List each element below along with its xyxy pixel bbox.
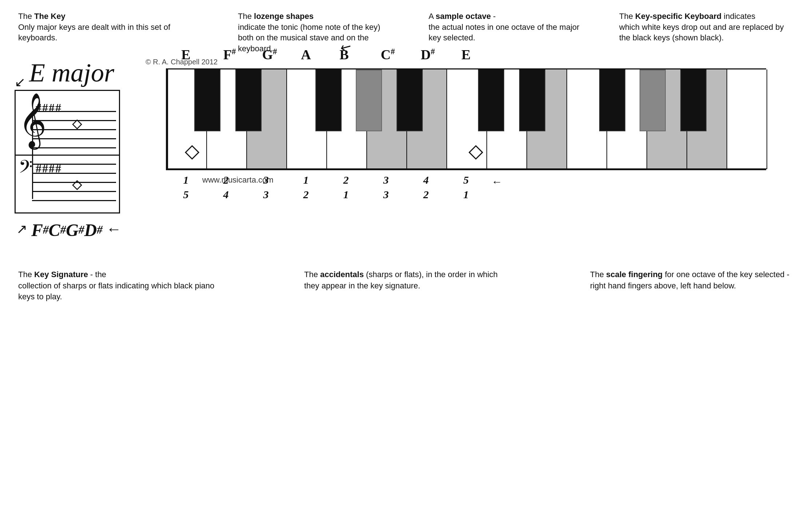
diamond-keyboard-svg-2 xyxy=(468,145,483,160)
note-Csharp: C# xyxy=(373,47,402,63)
main-area: ↙ E major 𝄞 # # # xyxy=(15,58,797,240)
staff-container: 𝄞 # # # # xyxy=(15,90,120,213)
keyboard-diamond-1 xyxy=(184,145,200,162)
sharps-bass: # # # # xyxy=(36,162,61,175)
finger-bot-7: 2 xyxy=(406,188,446,201)
sharps-treble: # # # # xyxy=(36,101,61,115)
finger-bot-6: 3 xyxy=(366,188,406,201)
finger-bot-8: 1 xyxy=(446,188,486,201)
finger-top-8: 5 xyxy=(446,174,486,188)
sharp-4: # xyxy=(55,101,61,115)
black-key-5 xyxy=(397,69,423,131)
finger-top-2: 2 xyxy=(206,174,246,188)
svg-marker-0 xyxy=(73,120,81,129)
arrow-key-sig: ↗ xyxy=(16,221,27,237)
black-key-10 xyxy=(680,69,706,131)
arrow-key-sig-right: ← xyxy=(106,220,122,238)
sharp-1: # xyxy=(36,101,41,115)
note-Dsharp: D# xyxy=(413,47,442,63)
diamond-treble xyxy=(72,119,82,129)
sharp-bass-1: # xyxy=(36,162,41,175)
bottom-right-annotation: The scale fingering for one octave of th… xyxy=(590,269,794,303)
black-key-9 xyxy=(640,69,666,131)
svg-marker-2 xyxy=(186,146,199,159)
diamond-bass-svg xyxy=(72,180,82,190)
finger-top-5: 2 xyxy=(326,174,366,188)
finger-top-4: 1 xyxy=(286,174,326,188)
diamond-bass xyxy=(72,180,82,190)
diamond-treble-svg xyxy=(72,119,82,129)
note-E2: E xyxy=(446,47,486,63)
black-key-7 xyxy=(519,69,545,131)
bottom-annotations: The Key Signature - the collection of sh… xyxy=(15,269,797,303)
black-key-1 xyxy=(194,69,220,131)
finger-arrow: ← xyxy=(491,176,502,188)
sharp-bass-4: # xyxy=(55,162,61,175)
bottom-center-annotation: The accidentals (sharps or flats), in th… xyxy=(304,269,508,303)
finger-bot-5: 1 xyxy=(326,188,366,201)
sharp-2: # xyxy=(42,101,48,115)
key-signature-label: F#C#G#D# xyxy=(31,220,103,240)
keyboard-title: Key-specific Keyboard xyxy=(635,12,721,21)
svg-marker-1 xyxy=(73,181,81,189)
finger-top-1: 1 xyxy=(166,174,206,188)
black-key-8 xyxy=(599,69,625,131)
piano-keyboard xyxy=(166,68,766,170)
note-A: A xyxy=(288,47,324,63)
sharp-bass-2: # xyxy=(42,162,48,175)
black-key-4 xyxy=(356,69,382,131)
bottom-left-annotation: The Key Signature - the collection of sh… xyxy=(18,269,222,303)
keyboard-section: © R. A. Chappell 2012 E F# G# A B C# xyxy=(138,58,794,181)
sample-octave-body: the actual notes in one octave of the ma… xyxy=(429,22,589,43)
key-sig-body: collection of sharps or flats indicating… xyxy=(18,280,222,303)
fingering-row-top: 1 2 3 1 2 3 4 5 ← xyxy=(166,174,766,188)
keyboard-wrapper: E F# G# A B C# D# E ↙ xyxy=(166,68,766,181)
keyboard-body: which white keys drop out and are replac… xyxy=(619,22,794,43)
sharp-bass-3: # xyxy=(49,162,55,175)
bass-clef: 𝄢 xyxy=(19,158,33,180)
svg-marker-3 xyxy=(469,146,482,159)
black-key-3 xyxy=(315,69,342,131)
sample-octave-title: sample octave xyxy=(436,12,491,21)
sharp-3: # xyxy=(49,101,55,115)
page: The The Key Only major keys are dealt wi… xyxy=(0,0,812,523)
finger-top-7: 4 xyxy=(406,174,446,188)
finger-bot-1: 5 xyxy=(166,188,206,201)
note-E: E xyxy=(166,47,206,63)
scale-fingering-bold: scale fingering xyxy=(606,270,662,279)
finger-top-6: 3 xyxy=(366,174,406,188)
key-sig-bold: Key Signature xyxy=(34,270,88,279)
top-left-body: Only major keys are dealt with in this s… xyxy=(18,22,207,43)
finger-top-3: 3 xyxy=(246,174,286,188)
black-key-6 xyxy=(478,69,504,131)
accidentals-bold: accidentals xyxy=(320,270,364,279)
left-section: ↙ E major 𝄞 # # # xyxy=(15,58,127,240)
black-key-2 xyxy=(235,69,262,131)
lozenge-title: lozenge shapes xyxy=(254,12,314,21)
arrow-key-label: ↙ xyxy=(15,75,25,90)
note-labels-row: E F# G# A B C# D# E xyxy=(166,47,766,63)
note-Gsharp: G# xyxy=(255,47,284,63)
white-key-15 xyxy=(727,69,767,169)
diamond-keyboard-svg-1 xyxy=(184,145,200,160)
keyboard-diamond-2 xyxy=(468,145,483,162)
note-Fsharp: F# xyxy=(215,47,244,63)
key-label: E major xyxy=(29,58,114,88)
fingering-row-bottom: 5 4 3 2 1 3 2 1 xyxy=(166,188,766,201)
finger-bot-3: 3 xyxy=(246,188,286,201)
top-left-title: The Key xyxy=(34,12,65,21)
finger-bot-4: 2 xyxy=(286,188,326,201)
finger-bot-2: 4 xyxy=(206,188,246,201)
